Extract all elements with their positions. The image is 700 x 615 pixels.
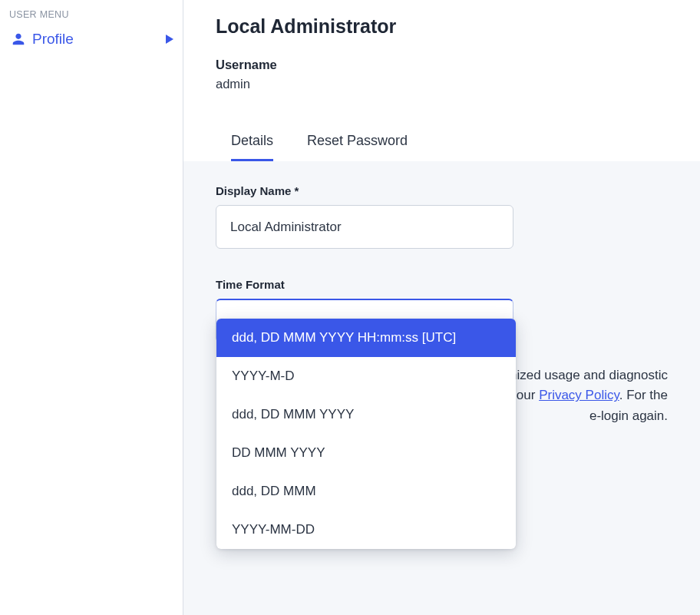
privacy-policy-link[interactable]: Privacy Policy: [539, 388, 619, 402]
username-label: Username: [216, 58, 668, 72]
tab-details[interactable]: Details: [231, 128, 273, 161]
time-format-option[interactable]: YYYY-M-D: [216, 357, 516, 395]
username-value: admin: [216, 77, 668, 91]
caret-right-icon: [166, 35, 173, 44]
time-format-option[interactable]: ddd, DD MMM YYYY HH:mm:ss [UTC]: [216, 319, 516, 357]
person-icon: [9, 32, 28, 46]
sidebar-item-label: Profile: [32, 31, 166, 48]
time-format-option[interactable]: ddd, DD MMM: [216, 472, 516, 511]
time-format-dropdown: ddd, DD MMM YYYY HH:mm:ss [UTC] YYYY-M-D…: [216, 319, 516, 549]
sidebar: USER MENU Profile: [0, 0, 183, 615]
sidebar-heading: USER MENU: [0, 6, 183, 25]
display-name-label: Display Name *: [216, 184, 668, 197]
time-format-option[interactable]: ddd, DD MMM YYYY: [216, 395, 516, 434]
page-title: Local Administrator: [216, 15, 668, 38]
diag-line2b: . For the: [619, 388, 668, 402]
diag-line3: e-login again.: [589, 408, 668, 423]
display-name-input[interactable]: [216, 205, 513, 249]
time-format-option[interactable]: DD MMM YYYY: [216, 434, 516, 472]
time-format-label: Time Format: [216, 278, 668, 291]
time-format-option[interactable]: YYYY-MM-DD: [216, 511, 516, 549]
display-name-field: Display Name *: [216, 184, 668, 249]
diag-line1: mized usage and diagnostic: [506, 368, 668, 382]
tab-reset-password[interactable]: Reset Password: [307, 128, 408, 161]
tabs: Details Reset Password: [216, 128, 668, 161]
header-area: Local Administrator Username admin Detai…: [183, 0, 700, 161]
sidebar-item-profile[interactable]: Profile: [0, 25, 183, 55]
